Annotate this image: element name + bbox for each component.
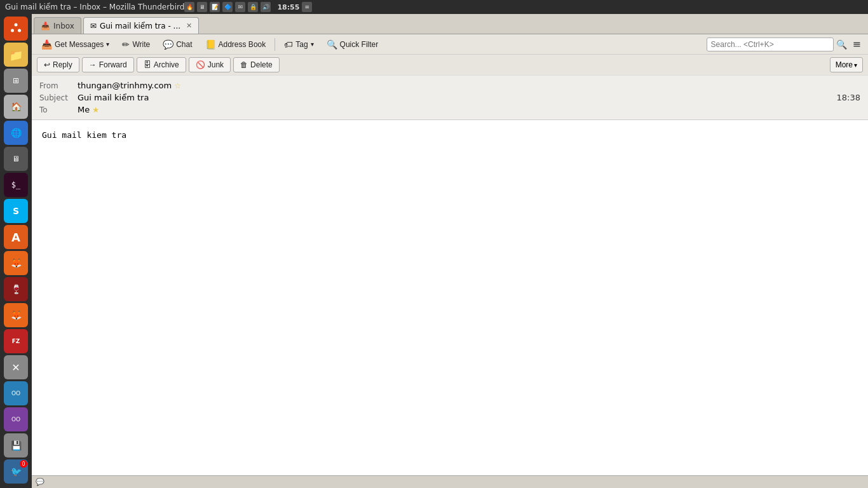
clock: 18:55: [277, 3, 299, 11]
quick-filter-label: Quick Filter: [340, 40, 379, 49]
reply-label: Reply: [53, 60, 72, 69]
dock-filezilla[interactable]: FZ: [4, 329, 28, 353]
from-star-icon[interactable]: ☆: [174, 81, 181, 90]
titlebar-title: Gui mail kiểm tra – Inbox – Mozilla Thun…: [5, 3, 184, 11]
write-button[interactable]: ✏ Write: [116, 37, 156, 52]
forward-icon: →: [89, 60, 97, 69]
archive-button[interactable]: 🗄 Archive: [137, 57, 186, 72]
tray-icon-1: 🔥: [184, 2, 194, 12]
dock-thunderbird[interactable]: 🐦 0: [4, 459, 28, 484]
thunderbird-badge: 0: [20, 460, 27, 468]
reply-button[interactable]: ↩ Reply: [37, 57, 79, 72]
dock-libreoffice[interactable]: OO: [4, 381, 28, 405]
tabbar: 📥 Inbox ✉ Gui mail kiểm tra - ... ✕: [32, 14, 868, 34]
tray-icon-5: ✉: [235, 2, 245, 12]
dock-libreoffice2[interactable]: OO: [4, 407, 28, 431]
tag-icon: 🏷: [284, 39, 293, 50]
delete-icon: 🗑: [240, 60, 248, 69]
subject-row: Subject Gui mail kiểm tra 18:38: [39, 92, 860, 104]
tab-inbox[interactable]: 📥 Inbox: [34, 17, 81, 34]
get-messages-icon: 📥: [41, 39, 52, 50]
reply-icon: ↩: [44, 60, 50, 69]
dock-network[interactable]: 🌐: [4, 121, 28, 145]
menu-button[interactable]: ≡: [850, 36, 864, 52]
tab-close-button[interactable]: ✕: [186, 22, 192, 30]
tray-icon-7: 🔊: [261, 2, 271, 12]
archive-icon: 🗄: [144, 60, 151, 69]
forward-button[interactable]: → Forward: [82, 57, 134, 72]
to-row: To Me ★: [39, 104, 860, 116]
content-area: 📥 Inbox ✉ Gui mail kiểm tra - ... ✕ 📥 Ge…: [32, 14, 868, 488]
email-header: ↩ Reply → Forward 🗄 Archive 🚫 Junk 🗑: [32, 55, 868, 120]
chat-label: Chat: [176, 40, 192, 49]
email-body: Gui mail kiem tra: [32, 120, 868, 475]
tab-email[interactable]: ✉ Gui mail kiểm tra - ... ✕: [83, 17, 199, 34]
chat-button[interactable]: 💬 Chat: [157, 37, 198, 52]
write-label: Write: [132, 40, 150, 49]
tag-dropdown-icon[interactable]: ▾: [311, 41, 314, 48]
dock-firefox2[interactable]: 🦊: [4, 251, 28, 275]
dock-screen[interactable]: 🖥: [4, 147, 28, 171]
dock-skype[interactable]: S: [4, 199, 28, 223]
get-messages-label: Get Messages: [55, 40, 104, 49]
address-book-label: Address Book: [219, 40, 266, 49]
subject-value: Gui mail kiểm tra: [78, 93, 149, 102]
get-messages-dropdown-icon[interactable]: ▾: [106, 41, 109, 48]
address-book-button[interactable]: 📒 Address Book: [200, 37, 272, 52]
tab-email-label: Gui mail kiểm tra - ...: [100, 22, 180, 30]
search-input[interactable]: [707, 37, 834, 51]
dock-storage[interactable]: 💾: [4, 433, 28, 458]
statusbar-icon: 💬: [36, 478, 44, 486]
titlebar: Gui mail kiểm tra – Inbox – Mozilla Thun…: [0, 0, 868, 14]
dock-wine[interactable]: 🍷: [4, 277, 28, 301]
tray-icon-3: 📝: [210, 2, 220, 12]
from-label: From: [39, 81, 78, 90]
quick-filter-button[interactable]: 🔍 Quick Filter: [321, 37, 384, 52]
junk-icon: 🚫: [196, 60, 205, 69]
from-value: thungan@trinhmy.com: [78, 81, 172, 90]
dock-ubuntu[interactable]: [4, 17, 28, 41]
tab-inbox-icon: 📥: [41, 22, 50, 30]
forward-label: Forward: [99, 60, 127, 69]
junk-button[interactable]: 🚫 Junk: [189, 57, 231, 72]
dock-home[interactable]: 🏠: [4, 95, 28, 119]
app-container: 📁 ⊞ 🏠 🌐 🖥 $_ S A 🦊 🍷 🦊 FZ ✕ OO OO 💾 🐦 0 …: [0, 14, 868, 488]
to-label: To: [39, 105, 78, 114]
quick-filter-icon: 🔍: [327, 39, 337, 50]
action-bar: ↩ Reply → Forward 🗄 Archive 🚫 Junk 🗑: [32, 55, 868, 76]
email-time: 18:38: [837, 93, 860, 102]
toolbar-separator: [275, 38, 275, 51]
tab-email-icon: ✉: [90, 22, 97, 30]
meta-panel: From thungan@trinhmy.com ☆ Subject Gui m…: [32, 76, 868, 119]
address-book-icon: 📒: [205, 39, 216, 50]
dock-files[interactable]: 📁: [4, 43, 28, 67]
tag-label: Tag: [295, 40, 308, 49]
from-row: From thungan@trinhmy.com ☆: [39, 79, 860, 92]
dock-texteditor[interactable]: A: [4, 225, 28, 249]
svg-point-3: [11, 29, 14, 32]
dock-terminal[interactable]: $_: [4, 173, 28, 197]
search-icon[interactable]: 🔍: [836, 39, 847, 50]
dock-apps[interactable]: ⊞: [4, 69, 28, 93]
delete-button[interactable]: 🗑 Delete: [233, 57, 280, 72]
get-messages-button[interactable]: 📥 Get Messages ▾: [36, 37, 115, 52]
to-star-icon[interactable]: ★: [92, 105, 99, 114]
write-icon: ✏: [122, 39, 130, 50]
dock-tools[interactable]: ✕: [4, 355, 28, 379]
more-button[interactable]: More ▾: [830, 57, 863, 72]
svg-point-1: [15, 24, 18, 27]
toolbar: 📥 Get Messages ▾ ✏ Write 💬 Chat 📒 Addres…: [32, 34, 868, 55]
archive-label: Archive: [154, 60, 179, 69]
subject-label: Subject: [39, 93, 78, 102]
tray-icon-6: 🔒: [248, 2, 258, 12]
dock: 📁 ⊞ 🏠 🌐 🖥 $_ S A 🦊 🍷 🦊 FZ ✕ OO OO 💾 🐦 0: [0, 14, 32, 488]
svg-point-2: [18, 29, 21, 32]
delete-label: Delete: [250, 60, 273, 69]
tray-icon-2: 🖥: [197, 2, 207, 12]
dock-firefox[interactable]: 🦊: [4, 303, 28, 327]
search-area: 🔍 ≡: [707, 36, 864, 52]
email-body-text: Gui mail kiem tra: [42, 130, 858, 140]
tag-button[interactable]: 🏷 Tag ▾: [278, 37, 319, 52]
statusbar: 💬: [32, 475, 868, 488]
junk-label: Junk: [208, 60, 224, 69]
